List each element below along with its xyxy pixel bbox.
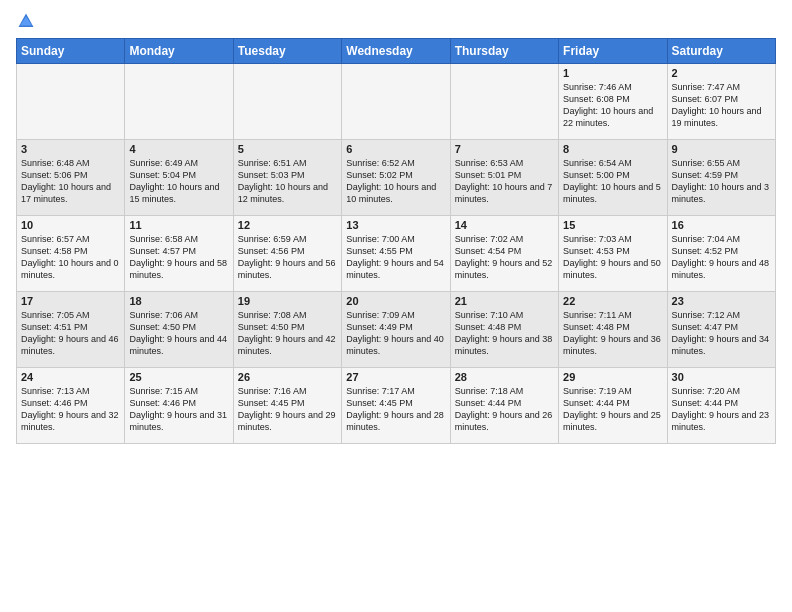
calendar-week-4: 17Sunrise: 7:05 AM Sunset: 4:51 PM Dayli… (17, 292, 776, 368)
calendar-cell (233, 64, 341, 140)
svg-marker-1 (20, 17, 32, 26)
calendar-page: SundayMondayTuesdayWednesdayThursdayFrid… (0, 0, 792, 452)
calendar-table: SundayMondayTuesdayWednesdayThursdayFrid… (16, 38, 776, 444)
day-info: Sunrise: 7:10 AM Sunset: 4:48 PM Dayligh… (455, 309, 554, 358)
day-info: Sunrise: 7:18 AM Sunset: 4:44 PM Dayligh… (455, 385, 554, 434)
day-number: 22 (563, 295, 662, 307)
day-number: 16 (672, 219, 771, 231)
day-number: 24 (21, 371, 120, 383)
day-number: 4 (129, 143, 228, 155)
day-info: Sunrise: 6:48 AM Sunset: 5:06 PM Dayligh… (21, 157, 120, 206)
day-info: Sunrise: 6:58 AM Sunset: 4:57 PM Dayligh… (129, 233, 228, 282)
calendar-cell: 23Sunrise: 7:12 AM Sunset: 4:47 PM Dayli… (667, 292, 775, 368)
logo-icon (17, 12, 35, 30)
day-info: Sunrise: 6:59 AM Sunset: 4:56 PM Dayligh… (238, 233, 337, 282)
day-number: 27 (346, 371, 445, 383)
calendar-cell: 27Sunrise: 7:17 AM Sunset: 4:45 PM Dayli… (342, 368, 450, 444)
calendar-header-sunday: Sunday (17, 39, 125, 64)
logo (16, 12, 37, 30)
day-number: 19 (238, 295, 337, 307)
day-info: Sunrise: 6:53 AM Sunset: 5:01 PM Dayligh… (455, 157, 554, 206)
calendar-body: 1Sunrise: 7:46 AM Sunset: 6:08 PM Daylig… (17, 64, 776, 444)
calendar-header-saturday: Saturday (667, 39, 775, 64)
calendar-cell: 16Sunrise: 7:04 AM Sunset: 4:52 PM Dayli… (667, 216, 775, 292)
day-info: Sunrise: 7:46 AM Sunset: 6:08 PM Dayligh… (563, 81, 662, 130)
day-info: Sunrise: 7:20 AM Sunset: 4:44 PM Dayligh… (672, 385, 771, 434)
calendar-week-1: 1Sunrise: 7:46 AM Sunset: 6:08 PM Daylig… (17, 64, 776, 140)
calendar-week-2: 3Sunrise: 6:48 AM Sunset: 5:06 PM Daylig… (17, 140, 776, 216)
calendar-cell: 8Sunrise: 6:54 AM Sunset: 5:00 PM Daylig… (559, 140, 667, 216)
calendar-header-friday: Friday (559, 39, 667, 64)
calendar-cell: 20Sunrise: 7:09 AM Sunset: 4:49 PM Dayli… (342, 292, 450, 368)
day-number: 8 (563, 143, 662, 155)
day-number: 26 (238, 371, 337, 383)
day-info: Sunrise: 7:09 AM Sunset: 4:49 PM Dayligh… (346, 309, 445, 358)
calendar-cell: 28Sunrise: 7:18 AM Sunset: 4:44 PM Dayli… (450, 368, 558, 444)
day-number: 17 (21, 295, 120, 307)
day-number: 10 (21, 219, 120, 231)
day-number: 3 (21, 143, 120, 155)
calendar-cell: 24Sunrise: 7:13 AM Sunset: 4:46 PM Dayli… (17, 368, 125, 444)
calendar-cell: 25Sunrise: 7:15 AM Sunset: 4:46 PM Dayli… (125, 368, 233, 444)
day-number: 5 (238, 143, 337, 155)
day-number: 11 (129, 219, 228, 231)
calendar-cell: 2Sunrise: 7:47 AM Sunset: 6:07 PM Daylig… (667, 64, 775, 140)
day-number: 21 (455, 295, 554, 307)
calendar-cell: 5Sunrise: 6:51 AM Sunset: 5:03 PM Daylig… (233, 140, 341, 216)
calendar-week-5: 24Sunrise: 7:13 AM Sunset: 4:46 PM Dayli… (17, 368, 776, 444)
calendar-cell: 3Sunrise: 6:48 AM Sunset: 5:06 PM Daylig… (17, 140, 125, 216)
calendar-cell: 18Sunrise: 7:06 AM Sunset: 4:50 PM Dayli… (125, 292, 233, 368)
day-info: Sunrise: 7:03 AM Sunset: 4:53 PM Dayligh… (563, 233, 662, 282)
day-info: Sunrise: 7:06 AM Sunset: 4:50 PM Dayligh… (129, 309, 228, 358)
calendar-header-thursday: Thursday (450, 39, 558, 64)
day-number: 12 (238, 219, 337, 231)
day-info: Sunrise: 7:08 AM Sunset: 4:50 PM Dayligh… (238, 309, 337, 358)
day-number: 7 (455, 143, 554, 155)
day-info: Sunrise: 6:55 AM Sunset: 4:59 PM Dayligh… (672, 157, 771, 206)
day-info: Sunrise: 6:52 AM Sunset: 5:02 PM Dayligh… (346, 157, 445, 206)
day-number: 23 (672, 295, 771, 307)
day-info: Sunrise: 7:02 AM Sunset: 4:54 PM Dayligh… (455, 233, 554, 282)
calendar-cell (450, 64, 558, 140)
day-info: Sunrise: 7:19 AM Sunset: 4:44 PM Dayligh… (563, 385, 662, 434)
day-number: 20 (346, 295, 445, 307)
calendar-cell: 15Sunrise: 7:03 AM Sunset: 4:53 PM Dayli… (559, 216, 667, 292)
calendar-cell (342, 64, 450, 140)
calendar-header-tuesday: Tuesday (233, 39, 341, 64)
header-area (16, 12, 776, 30)
day-number: 13 (346, 219, 445, 231)
day-number: 9 (672, 143, 771, 155)
calendar-header-monday: Monday (125, 39, 233, 64)
calendar-cell: 11Sunrise: 6:58 AM Sunset: 4:57 PM Dayli… (125, 216, 233, 292)
calendar-cell (17, 64, 125, 140)
day-info: Sunrise: 7:05 AM Sunset: 4:51 PM Dayligh… (21, 309, 120, 358)
day-info: Sunrise: 6:49 AM Sunset: 5:04 PM Dayligh… (129, 157, 228, 206)
calendar-cell (125, 64, 233, 140)
calendar-cell: 13Sunrise: 7:00 AM Sunset: 4:55 PM Dayli… (342, 216, 450, 292)
calendar-cell: 17Sunrise: 7:05 AM Sunset: 4:51 PM Dayli… (17, 292, 125, 368)
day-info: Sunrise: 7:11 AM Sunset: 4:48 PM Dayligh… (563, 309, 662, 358)
calendar-header-row: SundayMondayTuesdayWednesdayThursdayFrid… (17, 39, 776, 64)
day-info: Sunrise: 6:54 AM Sunset: 5:00 PM Dayligh… (563, 157, 662, 206)
day-number: 2 (672, 67, 771, 79)
calendar-cell: 19Sunrise: 7:08 AM Sunset: 4:50 PM Dayli… (233, 292, 341, 368)
calendar-cell: 7Sunrise: 6:53 AM Sunset: 5:01 PM Daylig… (450, 140, 558, 216)
calendar-cell: 12Sunrise: 6:59 AM Sunset: 4:56 PM Dayli… (233, 216, 341, 292)
calendar-cell: 9Sunrise: 6:55 AM Sunset: 4:59 PM Daylig… (667, 140, 775, 216)
day-info: Sunrise: 7:04 AM Sunset: 4:52 PM Dayligh… (672, 233, 771, 282)
day-number: 15 (563, 219, 662, 231)
day-info: Sunrise: 7:16 AM Sunset: 4:45 PM Dayligh… (238, 385, 337, 434)
day-info: Sunrise: 7:15 AM Sunset: 4:46 PM Dayligh… (129, 385, 228, 434)
calendar-cell: 6Sunrise: 6:52 AM Sunset: 5:02 PM Daylig… (342, 140, 450, 216)
calendar-cell: 14Sunrise: 7:02 AM Sunset: 4:54 PM Dayli… (450, 216, 558, 292)
day-number: 6 (346, 143, 445, 155)
day-info: Sunrise: 7:17 AM Sunset: 4:45 PM Dayligh… (346, 385, 445, 434)
day-number: 14 (455, 219, 554, 231)
calendar-cell: 21Sunrise: 7:10 AM Sunset: 4:48 PM Dayli… (450, 292, 558, 368)
calendar-cell: 10Sunrise: 6:57 AM Sunset: 4:58 PM Dayli… (17, 216, 125, 292)
day-info: Sunrise: 7:12 AM Sunset: 4:47 PM Dayligh… (672, 309, 771, 358)
calendar-header-wednesday: Wednesday (342, 39, 450, 64)
day-info: Sunrise: 6:57 AM Sunset: 4:58 PM Dayligh… (21, 233, 120, 282)
day-info: Sunrise: 7:13 AM Sunset: 4:46 PM Dayligh… (21, 385, 120, 434)
day-info: Sunrise: 6:51 AM Sunset: 5:03 PM Dayligh… (238, 157, 337, 206)
